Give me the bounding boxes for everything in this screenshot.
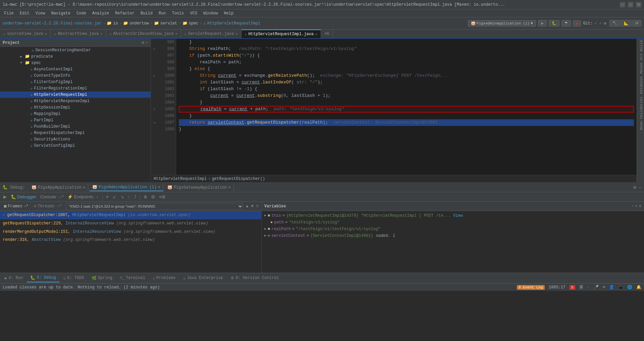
tab-servletrequest[interactable]: ☕ ServletRequest.java ✕ — [181, 29, 241, 38]
tab-sourceview[interactable]: ☕ sourceView.java ✕ — [0, 29, 51, 38]
debug-endpoints-btn[interactable]: ⚡ Endpoints → — [66, 194, 100, 200]
close-button[interactable]: ✕ — [636, 2, 641, 7]
sidebar-collapse-icon[interactable]: — — [146, 40, 148, 45]
bottom-tab-terminal[interactable]: >_ Terminal — [116, 274, 149, 282]
tree-item-requestdispatcherimpl[interactable]: ☕ RequestDispatcherImpl — [0, 130, 151, 136]
git-revert[interactable]: ↺ — [604, 21, 606, 26]
vars-minimize-icon[interactable]: − — [631, 204, 634, 209]
debug-run-to-cursor-btn[interactable]: ⤴ — [133, 194, 138, 200]
tab-close-servletrequest[interactable]: ✕ — [236, 32, 238, 36]
tab-httpservletrequestimpl[interactable]: ☕ HttpServletRequestImpl.java ✕ — [241, 29, 321, 38]
menu-refactor[interactable]: Refactor — [112, 10, 137, 16]
var-item-path[interactable]: ● path = "testFeign/v1/syslog" — [262, 219, 644, 226]
code-area[interactable]: } String realPath; realPath: "/testFeign… — [176, 39, 637, 175]
tab-close-abstracturlview[interactable]: ✕ — [175, 32, 177, 36]
tree-item-filterconfigimpl[interactable]: ☕ FilterConfigImpl — [0, 79, 151, 85]
tree-item-sessionrestoring[interactable]: ☕ SessionRestoringHandler — [0, 47, 151, 53]
debug-step-out-btn[interactable]: ↘ — [119, 194, 125, 200]
debug-settings-icon[interactable]: ⚙ — [633, 185, 636, 190]
debug-step-up-btn[interactable]: ↑ — [127, 194, 132, 200]
debug-layout-btn[interactable]: ≡⊞ — [158, 194, 167, 200]
threads-tab[interactable]: ≡ Threads →* — [33, 203, 63, 209]
debug-step-over-btn[interactable]: ≡ — [105, 194, 110, 200]
tab-close-abstractview[interactable]: ✕ — [101, 32, 103, 36]
debug-debugger-btn[interactable]: 🐛 Debugger — [9, 194, 38, 200]
bottom-tab-javaee[interactable]: ☕ Java Enterprise — [180, 274, 226, 282]
frame-item-2[interactable]: renderMergedOutputModel:151, InternalRes… — [0, 228, 261, 236]
tree-item-httpservletresponseimpl[interactable]: ☕ HttpServletResponseImpl — [0, 98, 151, 104]
breadcrumb-undertow[interactable]: undertow — [129, 21, 149, 26]
debug-console-btn[interactable]: Console →* — [39, 194, 65, 200]
frames-filter-up[interactable]: ▲ — [246, 204, 248, 209]
debug-tab-close-1[interactable]: ✕ — [83, 185, 85, 190]
vars-expand-icon[interactable]: + — [635, 204, 638, 209]
event-log-badge[interactable]: 8 Event Log — [517, 285, 545, 290]
debug-step-into-btn[interactable]: ↙ — [111, 194, 118, 200]
stop-button[interactable]: ■ — [573, 20, 581, 26]
menu-code[interactable]: Code — [74, 10, 89, 16]
frames-filter-down[interactable]: ▼ — [251, 204, 254, 209]
status-keyboard[interactable]: ⌨ — [603, 285, 605, 290]
run-button[interactable]: ▶ — [538, 20, 547, 26]
tab-close-sourceview[interactable]: ✕ — [45, 32, 47, 36]
tree-item-asynccontextimpl[interactable]: ☕ AsyncContextImpl — [0, 66, 151, 72]
menu-run[interactable]: Run — [156, 10, 169, 16]
tree-item-partimpl[interactable]: ☕ PartImpl — [0, 117, 151, 123]
var-expand-realpath[interactable]: ▶ — [264, 227, 266, 231]
status-mic[interactable]: 🎤 — [594, 285, 599, 290]
tree-item-filterregistrationimpl[interactable]: ☕ FilterRegistrationImpl — [0, 85, 151, 91]
debug-tab-close-2[interactable]: ✕ — [158, 185, 160, 190]
tree-item-securityactions[interactable]: ☕ SecurityActions — [0, 136, 151, 142]
tab-more[interactable]: ≡6 — [321, 29, 333, 38]
coverage-button[interactable]: ☂ — [561, 20, 571, 26]
tab-close-httpservlet[interactable]: ✕ — [315, 32, 317, 36]
menu-vcs[interactable]: VCS — [187, 10, 200, 16]
side-tab-maven[interactable]: Maven — [637, 61, 644, 75]
menu-navigate[interactable]: Navigate — [48, 10, 73, 16]
tab-abstracturlview[interactable]: ☕ AbstractUrlBasedView.java ✕ — [106, 29, 181, 38]
debug-button[interactable]: 🐛 — [549, 20, 559, 26]
frame-item-0[interactable]: ✓ getRequestDispatcher:1007, HttpServlet… — [0, 211, 261, 219]
debug-watch-btn[interactable]: ⊞ — [150, 194, 156, 200]
side-tab-beanvalidation[interactable]: Bean Validation — [637, 95, 644, 131]
var-item-realpath[interactable]: ▶ ■ realPath = "/testFeign/v1/testFeign/… — [262, 226, 644, 232]
var-expand-servletcontext[interactable]: ▶ — [264, 233, 266, 237]
menu-edit[interactable]: Edit — [17, 10, 32, 16]
frame-item-1[interactable]: getRequestDispatcher:229, InternalResour… — [0, 219, 261, 228]
var-expand-this[interactable]: ▶ — [264, 213, 266, 217]
tab-abstractview[interactable]: ☕ AbstractView.java ✕ — [51, 29, 106, 38]
toolbar-btn-3[interactable]: ↺ — [632, 20, 641, 26]
tree-item-pushbuilderimpl[interactable]: ☕ PushBuilderImpl — [0, 123, 151, 130]
debug-tab-close-3[interactable]: ✕ — [228, 185, 231, 190]
var-item-this[interactable]: ▶ ■ this = {HttpServletRequestImpl@14378… — [262, 212, 644, 219]
tree-item-contenttypeinfo[interactable]: ☕ ContentTypeInfo — [0, 72, 151, 79]
debug-collapse-icon[interactable]: — — [639, 185, 641, 190]
debug-resume-btn[interactable]: ▶ — [2, 194, 8, 200]
var-view-this[interactable]: View — [453, 213, 463, 218]
menu-tools[interactable]: Tools — [169, 10, 187, 16]
bottom-tab-spring[interactable]: 🌿 Spring — [88, 274, 116, 282]
bottom-tab-problems[interactable]: ⚠ Problems — [149, 274, 179, 282]
run-config-btn[interactable]: 🐷 PigxAdminApplication (1) ▼ — [468, 20, 536, 26]
var-item-servletcontext[interactable]: ▶ ∞ servletContext = {ServletContextImpl… — [262, 232, 644, 239]
breadcrumb-servlet[interactable]: servlet — [160, 21, 177, 26]
minimize-button[interactable]: ─ — [620, 2, 625, 7]
menu-help[interactable]: Help — [221, 10, 236, 16]
toolbar-btn-2[interactable]: 📐 — [621, 20, 632, 26]
menu-view[interactable]: View — [33, 10, 48, 16]
bottom-tab-todo[interactable]: ☑ 6: TODO — [60, 274, 88, 282]
menu-build[interactable]: Build — [138, 10, 155, 16]
side-tab-artbuild[interactable]: Art Build — [637, 39, 644, 61]
tree-item-httpsessionimpl[interactable]: ☕ HttpSessionImpl — [0, 104, 151, 111]
git-check2[interactable]: ✓ — [599, 21, 602, 26]
menu-file[interactable]: File — [1, 10, 16, 16]
tree-item-httpservletrequestimpl[interactable]: ☕ HttpServletRequestImpl — [0, 91, 151, 98]
frames-filter-icon[interactable]: ▽ — [256, 204, 259, 209]
breadcrumb-io[interactable]: io — [113, 21, 118, 26]
status-ime[interactable]: 英 — [579, 284, 583, 290]
debug-tab-pigxadmin[interactable]: 🐷 PigxAdminApplication (1) ✕ — [90, 184, 163, 191]
sidebar-settings-icon[interactable]: ⚙ — [142, 40, 144, 45]
menu-window[interactable]: Window — [201, 10, 220, 16]
tree-item-predicate[interactable]: ▶ 📁 predicate — [0, 53, 151, 60]
bottom-tab-vcs[interactable]: ⑨ 9: Version Control — [227, 274, 282, 282]
